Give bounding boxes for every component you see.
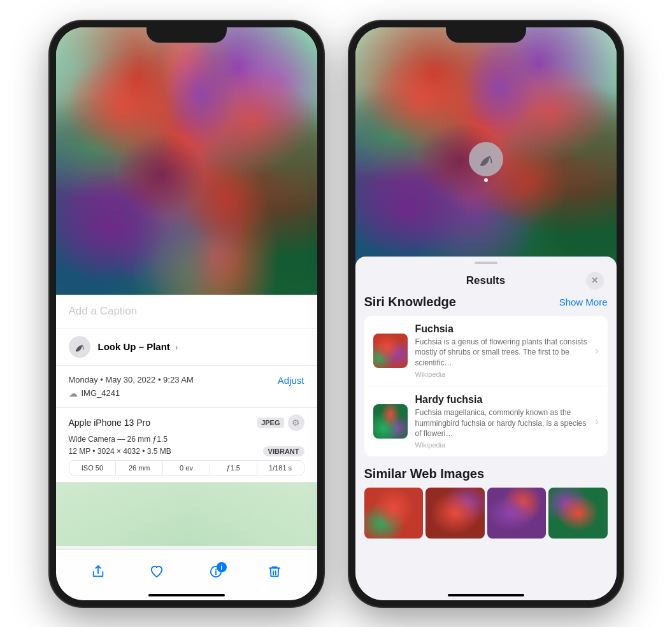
results-header: Results ✕ — [355, 264, 617, 295]
hardy-source: Wikipedia — [415, 441, 588, 449]
exif-focal: 26 mm — [116, 461, 163, 475]
exif-row: ISO 50 26 mm 0 ev ƒ1.5 1/181 s — [69, 460, 304, 476]
flower-photo-right — [355, 27, 617, 269]
bullet2: • — [142, 447, 147, 456]
bullet1: • — [92, 447, 97, 456]
visual-intelligence-button[interactable] — [469, 142, 503, 176]
similar-title: Similar Web Images — [364, 467, 608, 481]
fuchsia-info: Fuchsia Fuchsia is a genus of flowering … — [415, 323, 588, 378]
caption-area[interactable]: Add a Caption — [56, 295, 317, 328]
vibrant-badge: VIBRANT — [263, 446, 304, 456]
gear-button[interactable]: ⚙ — [288, 414, 304, 431]
hardy-chevron: › — [595, 416, 598, 427]
exif-iso: ISO 50 — [69, 461, 117, 475]
close-button[interactable]: ✕ — [586, 272, 604, 290]
info-date: Monday • May 30, 2022 • 9:23 AM — [69, 375, 194, 384]
exif-aperture: ƒ1.5 — [210, 461, 257, 475]
hardy-name: Hardy fuchsia — [415, 394, 588, 405]
heart-icon — [150, 565, 164, 579]
vi-dot — [484, 178, 488, 182]
fuchsia-desc: Fuchsia is a genus of flowering plants t… — [415, 337, 588, 369]
left-content: Add a Caption Look Up – Plant › — [56, 295, 317, 546]
leaf-vi-icon — [478, 151, 494, 167]
info-filename: ☁ IMG_4241 — [69, 388, 304, 398]
hardy-info: Hardy fuchsia Fuchsia magellanica, commo… — [415, 394, 588, 449]
home-indicator-right — [448, 594, 524, 596]
filesize: 3.5 MB — [147, 447, 171, 456]
toolbar: i — [56, 549, 317, 600]
resolution: 3024 × 4032 — [97, 447, 140, 456]
specs-text: 12 MP • 3024 × 4032 • 3.5 MB — [69, 447, 171, 456]
hardy-thumbnail — [373, 404, 408, 439]
delete-button[interactable] — [268, 565, 282, 579]
right-phone: Results ✕ Siri Knowledge Show More Fuchs… — [349, 21, 623, 607]
leaf-icon — [74, 341, 85, 353]
similar-images — [364, 488, 608, 539]
camera-row: Wide Camera — 26 mm ƒ1.5 — [69, 435, 304, 444]
knowledge-item-fuchsia[interactable]: Fuchsia Fuchsia is a genus of flowering … — [364, 316, 608, 386]
favorite-button[interactable] — [150, 565, 164, 579]
specs-row: 12 MP • 3024 × 4032 • 3.5 MB VIBRANT — [69, 446, 304, 456]
device-name: Apple iPhone 13 Pro — [69, 418, 150, 428]
similar-section: Similar Web Images — [364, 467, 608, 539]
similar-image-1[interactable] — [364, 488, 424, 539]
right-screen: Results ✕ Siri Knowledge Show More Fuchs… — [355, 27, 617, 600]
lookup-chevron: › — [175, 342, 178, 352]
device-section: Apple iPhone 13 Pro JPEG ⚙ Wide Camera —… — [56, 408, 317, 483]
share-button[interactable] — [91, 565, 105, 579]
lookup-label: Look Up – Plant › — [98, 341, 178, 352]
similar-image-4[interactable] — [548, 488, 608, 539]
lookup-bold: Look Up – — [98, 341, 145, 352]
show-more-button[interactable]: Show More — [559, 297, 608, 307]
info-badge: i — [217, 562, 227, 572]
knowledge-card: Fuchsia Fuchsia is a genus of flowering … — [364, 316, 608, 457]
lookup-text: Look Up – Plant › — [98, 341, 178, 353]
fuchsia-source: Wikipedia — [415, 370, 588, 378]
left-screen: Add a Caption Look Up – Plant › — [56, 27, 317, 600]
megapixels: 12 MP — [69, 447, 90, 456]
adjust-button[interactable]: Adjust — [278, 375, 304, 386]
exif-ev: 0 ev — [163, 461, 210, 475]
results-title: Results — [386, 274, 586, 287]
caption-placeholder[interactable]: Add a Caption — [69, 305, 138, 317]
home-indicator — [148, 594, 225, 596]
lookup-row[interactable]: Look Up – Plant › — [56, 328, 317, 366]
format-badge: JPEG ⚙ — [257, 414, 304, 431]
hardy-desc: Fuchsia magellanica, commonly known as t… — [415, 407, 588, 439]
fuchsia-name: Fuchsia — [415, 323, 588, 335]
similar-image-2[interactable] — [425, 488, 485, 539]
info-row: Monday • May 30, 2022 • 9:23 AM Adjust — [69, 375, 304, 386]
knowledge-item-hardy[interactable]: Hardy fuchsia Fuchsia magellanica, commo… — [364, 386, 608, 456]
trash-icon — [268, 565, 282, 579]
fuchsia-thumbnail — [373, 334, 408, 368]
camera-text: Wide Camera — 26 mm ƒ1.5 — [69, 435, 168, 444]
filename-text: IMG_4241 — [82, 388, 120, 398]
similar-image-3[interactable] — [487, 488, 547, 539]
results-content: Siri Knowledge Show More Fuchsia Fuchsia… — [355, 295, 617, 539]
jpeg-label: JPEG — [257, 418, 283, 428]
fuchsia-chevron: › — [595, 345, 598, 356]
info-button[interactable]: i — [209, 565, 223, 579]
flower-photo-left[interactable] — [56, 27, 317, 295]
cloud-icon: ☁ — [69, 388, 78, 398]
map-section[interactable] — [56, 483, 317, 546]
siri-knowledge-header: Siri Knowledge Show More — [364, 295, 608, 309]
device-row: Apple iPhone 13 Pro JPEG ⚙ — [69, 414, 304, 431]
siri-knowledge-title: Siri Knowledge — [364, 295, 456, 309]
left-phone: Add a Caption Look Up – Plant › — [50, 21, 324, 607]
lookup-icon — [69, 336, 90, 358]
results-panel: Results ✕ Siri Knowledge Show More Fuchs… — [355, 257, 617, 600]
share-icon — [91, 565, 105, 579]
info-section: Monday • May 30, 2022 • 9:23 AM Adjust ☁… — [56, 366, 317, 408]
exif-shutter: 1/181 s — [257, 461, 304, 475]
lookup-subject: Plant — [147, 341, 170, 352]
